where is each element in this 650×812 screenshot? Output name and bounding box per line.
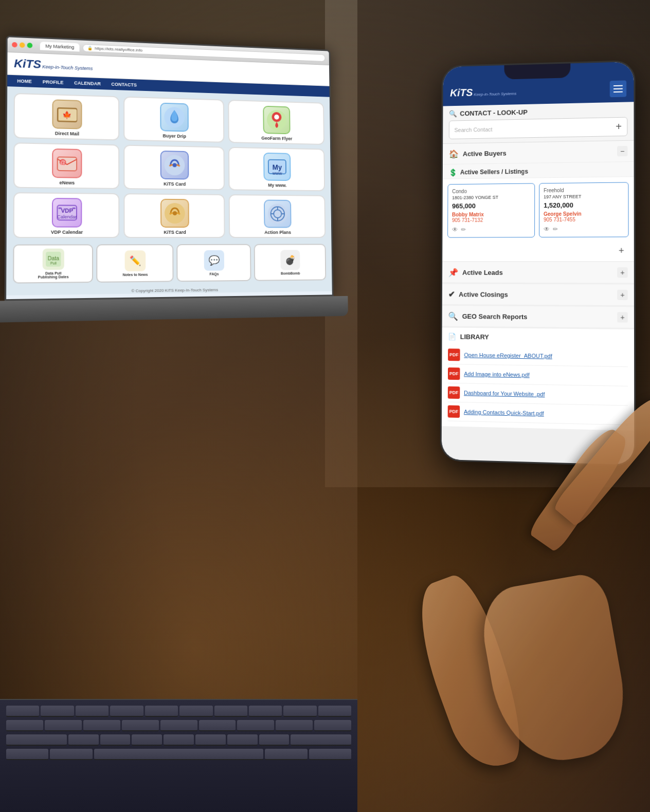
key-alt[interactable] [50, 749, 92, 760]
search-title: 🔍 CONTACT - LOOK-UP [449, 106, 627, 118]
pdf-icon-4: PDF [448, 405, 460, 418]
library-item-1[interactable]: PDF Open House eRegister_ABOUT.pdf [448, 345, 628, 367]
home-icon: 🏠 [449, 149, 459, 159]
key-s[interactable] [45, 720, 82, 731]
nav-contacts[interactable]: CONTACTS [106, 78, 142, 90]
nav-profile[interactable]: PROFILE [37, 76, 69, 88]
key-l[interactable] [314, 720, 351, 731]
icon-faqs[interactable]: 💬 FAQs [176, 244, 251, 282]
faqs-label: FAQs [210, 272, 219, 275]
key-o[interactable] [283, 706, 316, 717]
key-a[interactable] [6, 720, 43, 731]
key-m[interactable] [259, 734, 290, 746]
library-item-4[interactable]: PDF Adding Contacts Quick-Start.pdf [448, 402, 628, 426]
icon-bombbomb[interactable]: 💣 BombBomb [254, 244, 327, 281]
library-item-2[interactable]: PDF Add Image into eNews.pdf [448, 364, 628, 386]
key-w[interactable] [41, 706, 74, 717]
phone-notch [504, 63, 570, 79]
active-leads-text: Active Leads [462, 268, 503, 276]
active-closings-title: ✔ Active Closings [448, 289, 508, 299]
key-h[interactable] [199, 720, 236, 731]
active-leads-header[interactable]: 📌 Active Leads + [442, 262, 634, 284]
key-space[interactable] [94, 749, 264, 760]
icon-geofarm-flyer[interactable]: GeoFarm Flyer [228, 100, 324, 145]
icon-kits-card-1[interactable]: KiTS Card [123, 145, 225, 191]
key-d[interactable] [83, 720, 120, 731]
browser-tab[interactable]: My Marketing [40, 42, 80, 51]
key-ctrl-r[interactable] [309, 749, 351, 760]
lock-icon: 🔒 [87, 46, 93, 50]
key-shift[interactable] [6, 734, 67, 746]
key-x[interactable] [100, 734, 131, 746]
key-u[interactable] [214, 706, 247, 717]
icon-buyer-drip[interactable]: Buyer Drip [123, 97, 224, 143]
eye-icon[interactable]: 👁 [452, 226, 458, 233]
icon-notes-news[interactable]: ✏️ Notes to News [96, 244, 173, 283]
key-n[interactable] [227, 734, 258, 746]
buyer-drip-icon [160, 103, 189, 132]
toggle-buyers[interactable]: − [617, 146, 627, 156]
toggle-geo[interactable]: + [617, 312, 627, 322]
icon-data-pull[interactable]: Data Pull Data PullPublishing Dates [13, 244, 93, 283]
listing-phone-2: 905 731-7455 [544, 216, 624, 223]
icon-action-plans[interactable]: Action Plans [229, 194, 326, 238]
vdp-label: VDP Calendar [51, 230, 83, 235]
key-i[interactable] [249, 706, 282, 717]
toggle-closings[interactable]: + [617, 290, 627, 300]
bombbomb-label: BombBomb [281, 271, 300, 275]
key-g[interactable] [160, 720, 197, 731]
nav-home[interactable]: HOME [12, 75, 38, 87]
enews-label: eNews [59, 180, 75, 186]
laptop-screen: My Marketing 🔒 https://kits.realtyoffice… [5, 35, 334, 301]
key-j[interactable] [237, 720, 274, 731]
key-e[interactable] [76, 706, 109, 717]
key-r[interactable] [110, 706, 143, 717]
active-buyers-header[interactable]: 🏠 Active Buyers − [443, 141, 634, 165]
key-y[interactable] [179, 706, 212, 717]
nav-calendar[interactable]: CALENDAR [69, 77, 106, 90]
add-buyer-button[interactable]: + [615, 245, 627, 257]
geo-search-title: 🔍 GEO Search Reports [448, 311, 527, 321]
key-c[interactable] [132, 734, 162, 746]
kits-bottom-row: Data Pull Data PullPublishing Dates ✏️ N… [6, 244, 332, 288]
key-backspace[interactable] [291, 734, 351, 746]
close-button[interactable] [12, 42, 17, 48]
toggle-leads[interactable]: + [617, 267, 627, 278]
active-buyers-title: 🏠 Active Buyers [449, 148, 507, 158]
listing-card-1[interactable]: Condo 1801-2380 YONGE ST 965,000 Bobby M… [447, 183, 535, 237]
icon-kits-card-2[interactable]: KiTS Card [123, 193, 225, 238]
geofarm-icon [263, 106, 290, 135]
key-p[interactable] [318, 706, 351, 717]
active-closings-header[interactable]: ✔ Active Closings + [442, 284, 634, 306]
hamburger-menu-button[interactable] [610, 80, 626, 97]
edit-icon[interactable]: ✏ [461, 226, 466, 233]
geo-search-header[interactable]: 🔍 GEO Search Reports + [442, 306, 634, 328]
key-v[interactable] [164, 734, 194, 746]
icon-enews[interactable]: @ eNews [13, 142, 119, 189]
icon-vdp-calendar[interactable]: VDP Calendar VDP Calendar [13, 192, 120, 238]
kits-card-1-label: KiTS Card [164, 181, 186, 187]
listing-card-2[interactable]: Freehold 197 ANY STREET 1,520,000 George… [539, 182, 629, 237]
icon-my-www[interactable]: My www My www. [228, 147, 325, 191]
key-f[interactable] [122, 720, 159, 731]
key-q[interactable] [6, 706, 39, 717]
search-icon: 🔍 [449, 110, 457, 118]
key-ctrl[interactable] [6, 749, 48, 760]
listing-price-1: 965,000 [452, 201, 530, 210]
checkmark-icon: ✔ [448, 289, 455, 299]
minimize-button[interactable] [20, 42, 25, 48]
key-t[interactable] [145, 706, 178, 717]
key-b[interactable] [195, 734, 226, 746]
key-k[interactable] [276, 720, 313, 731]
listing-type-1: Condo [452, 188, 530, 194]
buyer-drip-label: Buyer Drip [162, 133, 186, 139]
notes-news-icon: ✏️ [125, 250, 146, 271]
pdf-icon-3: PDF [448, 386, 460, 399]
eye-icon-2[interactable]: 👁 [544, 226, 550, 233]
key-alt-r[interactable] [265, 749, 307, 760]
edit-icon-2[interactable]: ✏ [553, 226, 558, 233]
icon-direct-mail[interactable]: 🍁 Direct Mail [13, 93, 119, 141]
plus-add-icon[interactable]: + [616, 121, 622, 133]
maximize-button[interactable] [27, 43, 33, 48]
key-z[interactable] [68, 734, 99, 746]
